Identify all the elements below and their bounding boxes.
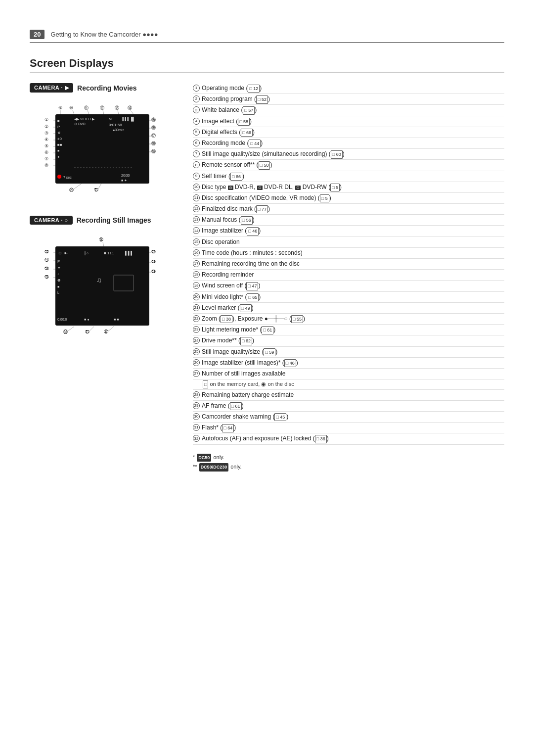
list-item: 9 Self timer (□ 66) <box>193 171 504 182</box>
item-text: Image stabilizer (still images)* (□ 46) <box>202 358 504 368</box>
svg-text:⑨: ⑨ <box>58 105 62 110</box>
svg-text:⑧: ⑧ <box>44 163 48 168</box>
svg-text:⑦: ⑦ <box>44 156 48 161</box>
right-items: 1 Operating mode (□ 12) 2 Recording prog… <box>193 83 504 472</box>
svg-text:⑮: ⑮ <box>151 117 156 122</box>
item-text: Number of still images available <box>202 369 504 378</box>
svg-line-100 <box>108 327 114 331</box>
item-number: 24 <box>193 337 200 344</box>
svg-rect-12 <box>55 114 149 184</box>
svg-text:⑱: ⑱ <box>151 141 156 146</box>
item-number: 15 <box>193 238 200 245</box>
item-number: 13 <box>193 216 200 223</box>
still-header: CAMERA · ○ Recording Still Images <box>30 216 178 225</box>
item-text: Disc type ⊙ DVD-R, ⊙ DVD-R DL, ⊙ DVD-RW … <box>202 183 504 192</box>
svg-text:⑭: ⑭ <box>128 105 132 110</box>
item-number: 3 <box>193 106 200 113</box>
svg-text:①: ① <box>44 117 48 122</box>
list-item: 32 Autofocus (AF) and exposure (AE) lock… <box>193 433 504 444</box>
svg-line-96 <box>67 327 74 331</box>
list-item: 30 Camcorder shake warning (□ 45) <box>193 412 504 423</box>
svg-text:■ ●: ■ ● <box>84 318 89 321</box>
list-item: 4 Image effect (□ 58) <box>193 116 504 127</box>
svg-text:④: ④ <box>44 137 48 142</box>
item-number: 21 <box>193 304 200 311</box>
list-item: 20 Mini video light* (□ 65) <box>193 292 504 303</box>
list-item: 3 White balance (□ 57) <box>193 105 504 116</box>
still-diagram: ㉖ ⊙ ■- ╟○ ■ 111 ▐▐▐ P ✦ ♪ <box>44 236 178 346</box>
still-subsection: CAMERA · ○ Recording Still Images ㉖ ⊙ ■- <box>30 216 178 346</box>
main-content: CAMERA · ▶ Recording Movies ⑨ ⑩ ⑪ ⑫ ⑬ ⑭ <box>30 83 504 472</box>
item-text: Disc specification (VIDEO mode, VR mode)… <box>202 193 504 203</box>
list-item: 25 Still image quality/size (□ 59) <box>193 347 504 358</box>
page-number: 20 <box>30 30 44 39</box>
item-number: 12 <box>193 205 200 212</box>
svg-line-58 <box>73 184 82 189</box>
item-number: 7 <box>193 150 200 157</box>
item-text: Wind screen off (□ 47) <box>202 281 504 290</box>
svg-text:㉒: ㉒ <box>44 249 49 254</box>
svg-text:♪: ♪ <box>57 272 59 276</box>
svg-text:■: ■ <box>57 119 60 123</box>
svg-text:⑯: ⑯ <box>151 125 156 130</box>
svg-text:㉗: ㉗ <box>151 249 156 254</box>
svg-text:※: ※ <box>57 131 61 135</box>
list-item: 1 Operating mode (□ 12) <box>193 83 504 94</box>
list-item: 13 Manual focus (□ 56) <box>193 215 504 226</box>
svg-text:0:01:58: 0:01:58 <box>109 123 122 127</box>
item-text: AF frame (□ 61) <box>202 401 504 411</box>
svg-text:⑩: ⑩ <box>69 105 73 110</box>
item-number: 29 <box>193 402 200 409</box>
still-screen-svg: ㉖ ⊙ ■- ╟○ ■ 111 ▐▐▐ P ✦ ♪ <box>44 236 178 344</box>
svg-text:█: █ <box>131 116 134 122</box>
movie-screen-svg: ⑨ ⑩ ⑪ ⑫ ⑬ ⑭ <box>44 103 178 202</box>
item-text: Image stabilizer (□ 46) <box>202 226 504 236</box>
still-label: Recording Still Images <box>77 216 151 224</box>
item-text: Zoom (□ 38), Exposure ●—┼—○ (□ 55) <box>202 314 504 324</box>
svg-text:●: ● <box>57 155 59 158</box>
item-number: 10 <box>193 184 200 190</box>
list-item: 2 Recording program (□ 52) <box>193 94 504 105</box>
movie-label: Recording Movies <box>77 84 137 92</box>
svg-text:㉔: ㉔ <box>44 266 49 271</box>
list-item: 16 Time code (hours : minutes : seconds) <box>193 248 504 259</box>
svg-text:0:00:0: 0:00:0 <box>57 318 67 321</box>
item-text: Recording reminder <box>202 270 504 280</box>
footnote-double: ** DC50/DC230 only. <box>193 462 504 472</box>
item-text: Digital effects (□ 66) <box>202 128 504 137</box>
item-number: 1 <box>193 85 200 92</box>
item-text: Time code (hours : minutes : seconds) <box>202 248 504 258</box>
item-number: 31 <box>193 424 200 431</box>
item-number: 22 <box>193 315 200 322</box>
page-header-title: Getting to Know the Camcorder ●●●● <box>50 31 158 38</box>
svg-text:✦: ✦ <box>57 266 61 270</box>
list-item: 22 Zoom (□ 38), Exposure ●—┼—○ (□ 55) <box>193 314 504 325</box>
item-number: 4 <box>193 118 200 125</box>
svg-text:㉓: ㉓ <box>44 258 49 263</box>
item-number: 18 <box>193 271 200 278</box>
svg-text:■■: ■■ <box>57 142 62 147</box>
list-item: 6 Recording mode (□ 44) <box>193 138 504 149</box>
svg-text:■ ■: ■ ■ <box>114 318 119 321</box>
list-item: 8 Remote sensor off** (□ 50) <box>193 160 504 171</box>
list-item: 18 Recording reminder <box>193 270 504 281</box>
svg-text:❺: ❺ <box>57 279 60 282</box>
item-text: Self timer (□ 66) <box>202 172 504 181</box>
item-number: 23 <box>193 326 200 333</box>
item-number: 8 <box>193 161 200 168</box>
item-text: Still image quality/size (□ 59) <box>202 347 504 357</box>
item-number: 19 <box>193 282 200 289</box>
svg-text:L: L <box>57 291 59 294</box>
item-text: Manual focus (□ 56) <box>202 215 504 225</box>
item-text: Light metering mode* (□ 61) <box>202 325 504 334</box>
list-item: 27 Number of still images available <box>193 369 504 379</box>
section-title: Screen Displays <box>30 57 504 73</box>
item-text: Disc operation <box>202 237 504 247</box>
list-item: 7 Still image quality/size (simultaneous… <box>193 149 504 160</box>
svg-text:⑪: ⑪ <box>84 105 89 110</box>
item-number: 6 <box>193 140 200 146</box>
list-item: 19 Wind screen off (□ 47) <box>193 281 504 291</box>
svg-text:㉖: ㉖ <box>99 237 103 242</box>
list-item: 29 AF frame (□ 61) <box>193 401 504 412</box>
svg-text:⑳: ⑳ <box>69 188 74 192</box>
